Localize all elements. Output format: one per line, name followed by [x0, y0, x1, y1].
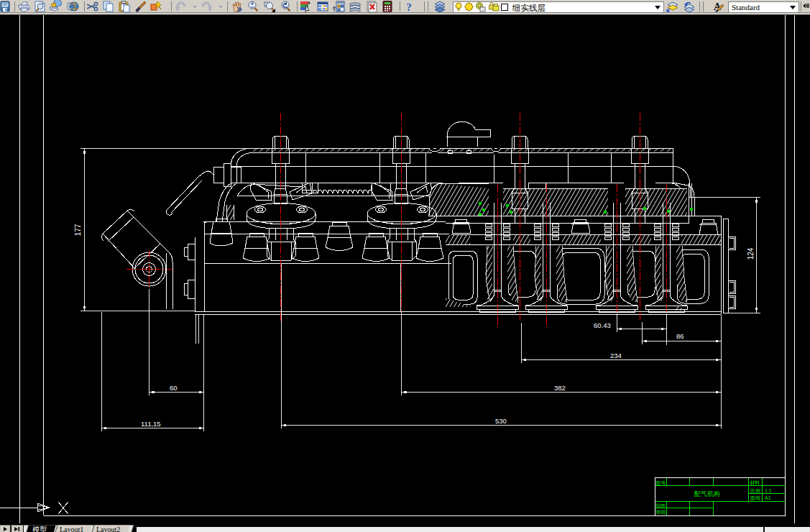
svg-text:细实线层: 细实线层 [512, 4, 546, 12]
svg-text:材料: 材料 [750, 480, 760, 486]
svg-text:图号: 图号 [656, 480, 666, 486]
svg-text:?: ? [406, 1, 412, 13]
svg-text:60: 60 [170, 384, 178, 392]
svg-text:86: 86 [676, 332, 684, 340]
svg-text:模型: 模型 [32, 526, 47, 532]
svg-text:234: 234 [610, 352, 622, 359]
svg-text:比例: 比例 [750, 488, 760, 494]
svg-text:Layout2: Layout2 [96, 526, 120, 532]
svg-text:Standard: Standard [732, 3, 760, 12]
svg-text:382: 382 [554, 384, 566, 392]
svg-text:111,15: 111,15 [141, 420, 161, 428]
svg-text:177: 177 [74, 224, 82, 236]
svg-text:审核: 审核 [656, 510, 666, 515]
svg-text:530: 530 [495, 417, 507, 425]
svg-text:Layout1: Layout1 [60, 526, 83, 532]
svg-text:图纸: 图纸 [750, 495, 760, 501]
svg-text:124: 124 [747, 247, 755, 260]
svg-text:制图: 制图 [655, 503, 666, 509]
svg-text:1:1: 1:1 [765, 488, 772, 493]
svg-text:配气机构: 配气机构 [694, 490, 720, 497]
svg-text:60.43: 60.43 [594, 321, 611, 329]
svg-text:A1: A1 [765, 495, 771, 500]
